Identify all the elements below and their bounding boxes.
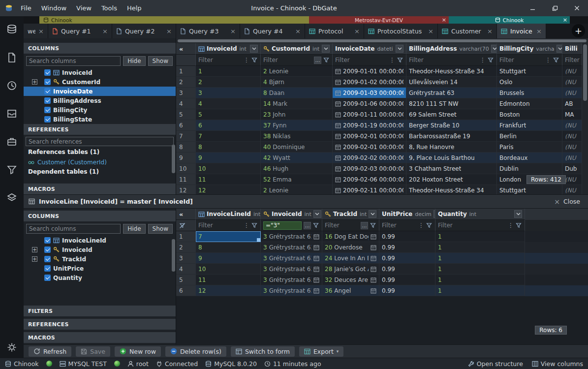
filter-funnel-icon[interactable] bbox=[323, 57, 330, 63]
filter-funnel-icon[interactable] bbox=[553, 57, 559, 63]
cell[interactable]: Berlin bbox=[497, 131, 562, 142]
expand-icon[interactable]: + bbox=[32, 79, 37, 85]
checkbox[interactable] bbox=[44, 88, 51, 94]
column-header-billingcity[interactable]: BillingCityvarcha bbox=[497, 43, 562, 55]
table-row[interactable]: 393Grétrystraat 6324Love In An E0.991 bbox=[176, 253, 588, 264]
table-row[interactable]: 101046Hugh2009-02-03 00:00:003 Chatham S… bbox=[176, 163, 588, 174]
search-columns-input[interactable]: Search columns bbox=[26, 224, 121, 234]
cell[interactable]: Theodor-Heuss-Straße 34 bbox=[406, 185, 497, 194]
table-row[interactable]: 9942Wyatt2009-02-02 00:00:009, Place Lou… bbox=[176, 153, 588, 163]
delete-row-s--button[interactable]: Delete row(s) bbox=[165, 346, 226, 357]
column-header-billi[interactable]: Billi bbox=[562, 43, 582, 55]
filter-input-quantity[interactable]: Filter⋮ bbox=[435, 220, 525, 231]
fill-handle[interactable] bbox=[257, 238, 260, 242]
checkbox[interactable] bbox=[44, 107, 51, 113]
column-dropdown-button[interactable] bbox=[557, 45, 562, 53]
cell[interactable]: 1 bbox=[435, 264, 525, 275]
cell[interactable]: 2Leonie bbox=[261, 66, 333, 77]
tab-invoice[interactable]: Invoice× bbox=[497, 24, 546, 38]
cell[interactable]: 10 bbox=[196, 264, 261, 275]
cell[interactable]: (NU bbox=[562, 131, 582, 142]
cell[interactable]: 52Emma bbox=[261, 174, 333, 185]
menu-tools[interactable]: Tools bbox=[96, 0, 122, 16]
expand-icon[interactable]: + bbox=[32, 247, 37, 252]
table-row[interactable]: 8840Dominique2009-02-01 00:00:008, Rue H… bbox=[176, 142, 588, 153]
cell[interactable]: 3Grétrystraat 63 bbox=[261, 264, 322, 275]
filter-input-unitprice[interactable]: Filter⋮ bbox=[379, 220, 435, 231]
column-dropdown-button[interactable] bbox=[491, 45, 497, 53]
tab-query-1[interactable]: Query #1× bbox=[48, 24, 112, 38]
cell[interactable]: 0.99 bbox=[379, 253, 435, 264]
cell[interactable]: (NU bbox=[562, 66, 582, 77]
cell[interactable]: (NU bbox=[562, 88, 582, 98]
cell[interactable]: (NU bbox=[562, 120, 582, 131]
database-icon[interactable] bbox=[6, 24, 17, 35]
menu-file[interactable]: File bbox=[16, 0, 36, 16]
new-tab-button[interactable]: + bbox=[572, 24, 585, 37]
cell[interactable]: 36Angel bbox=[322, 285, 379, 296]
filter-picker-button[interactable]: … bbox=[304, 222, 311, 229]
search-references-input[interactable]: Search references bbox=[26, 137, 174, 146]
export-button[interactable]: Export▾ bbox=[299, 346, 343, 357]
reference-link-customer[interactable]: Customer (CustomerId) bbox=[24, 157, 176, 167]
column-item-invoiceid[interactable]: +InvoiceId bbox=[24, 245, 176, 254]
filter-icon[interactable] bbox=[6, 164, 17, 175]
filter-input-invoiceid[interactable]: ="3"… bbox=[261, 220, 322, 231]
close-group-icon[interactable]: × bbox=[442, 17, 446, 23]
cell[interactable]: 5 bbox=[196, 109, 261, 120]
filter-input-billingaddress[interactable]: Filter⋮ bbox=[406, 55, 497, 66]
cell[interactable]: Paris bbox=[497, 142, 562, 153]
tab-customer[interactable]: Customer× bbox=[438, 24, 497, 38]
filter-input-billi[interactable]: Filter bbox=[562, 55, 582, 66]
cell[interactable]: 0.99 bbox=[379, 242, 435, 253]
checkbox[interactable] bbox=[44, 79, 51, 85]
column-item-billingcity[interactable]: BillingCity bbox=[24, 105, 176, 115]
cell[interactable]: 3Grétrystraat 63 bbox=[261, 253, 322, 264]
column-item-invoicelineid[interactable]: InvoiceLineId bbox=[24, 236, 176, 245]
cell[interactable]: 1 bbox=[435, 231, 525, 242]
status-mysql-8-0-20[interactable]: MySQL 8.0.20 bbox=[205, 360, 257, 368]
column-header-invoiceid[interactable]: InvoiceIdint bbox=[196, 43, 261, 55]
cell[interactable]: 23John bbox=[261, 109, 333, 120]
cell[interactable]: 2Leonie bbox=[261, 185, 333, 194]
column-header-customerid[interactable]: CustomerIdint bbox=[261, 43, 333, 55]
cell[interactable]: 8 bbox=[196, 242, 261, 253]
cell[interactable]: 46Hugh bbox=[261, 163, 333, 174]
macros-section-header[interactable]: MACROS bbox=[24, 184, 176, 194]
cell[interactable]: 1 bbox=[435, 253, 525, 264]
cell[interactable]: 42Wyatt bbox=[261, 153, 333, 163]
collapse-column-list-button[interactable]: « bbox=[176, 209, 196, 220]
cell[interactable]: 12 bbox=[196, 285, 261, 296]
filter-input-invoicelineid[interactable]: Filter⋮ bbox=[196, 220, 261, 231]
cell[interactable]: 1 bbox=[196, 66, 261, 77]
columns-section-header[interactable]: COLUMNS bbox=[24, 211, 176, 221]
cell[interactable]: (NU bbox=[562, 153, 582, 163]
status-root[interactable]: root bbox=[127, 360, 149, 368]
table-row[interactable]: 6123Grétrystraat 6336Angel0.991 bbox=[176, 285, 588, 296]
cell[interactable]: 11 bbox=[196, 275, 261, 285]
cell[interactable]: 38Niklas bbox=[261, 131, 333, 142]
references-section-header[interactable]: REFERENCES bbox=[24, 319, 176, 330]
tab-protocolstatus[interactable]: ProtocolStatus× bbox=[364, 24, 438, 38]
cell[interactable]: (NU bbox=[562, 185, 582, 194]
filter-menu-icon[interactable]: ⋮ bbox=[418, 222, 424, 229]
tab-close-icon[interactable]: × bbox=[354, 28, 360, 35]
table-row[interactable]: 6637Fynn2009-01-19 00:00:00Berger Straße… bbox=[176, 120, 588, 131]
checkbox[interactable] bbox=[44, 116, 51, 123]
cell[interactable]: 37Fynn bbox=[261, 120, 333, 131]
column-item-unitprice[interactable]: UnitPrice bbox=[24, 264, 176, 273]
cell[interactable]: Dublin bbox=[497, 163, 562, 174]
cell[interactable]: 1 bbox=[435, 242, 525, 253]
cell[interactable]: Barbarossastraße 19 bbox=[406, 131, 497, 142]
cell[interactable]: 1 bbox=[435, 285, 525, 296]
maximize-button[interactable] bbox=[544, 0, 566, 16]
collapse-column-list-button[interactable]: « bbox=[176, 43, 196, 55]
filter-funnel-icon[interactable] bbox=[488, 57, 494, 63]
columns-section-header[interactable]: COLUMNS bbox=[24, 43, 176, 54]
panel-scrollbar[interactable] bbox=[172, 145, 175, 173]
cell[interactable]: 14Mark bbox=[261, 98, 333, 109]
cell[interactable]: 24Love In An E bbox=[322, 253, 379, 264]
cell[interactable]: 2009-01-01 00:00:00 bbox=[333, 66, 406, 77]
vertical-scrollbar[interactable] bbox=[582, 43, 588, 194]
panel-scrollbar[interactable] bbox=[172, 239, 175, 272]
